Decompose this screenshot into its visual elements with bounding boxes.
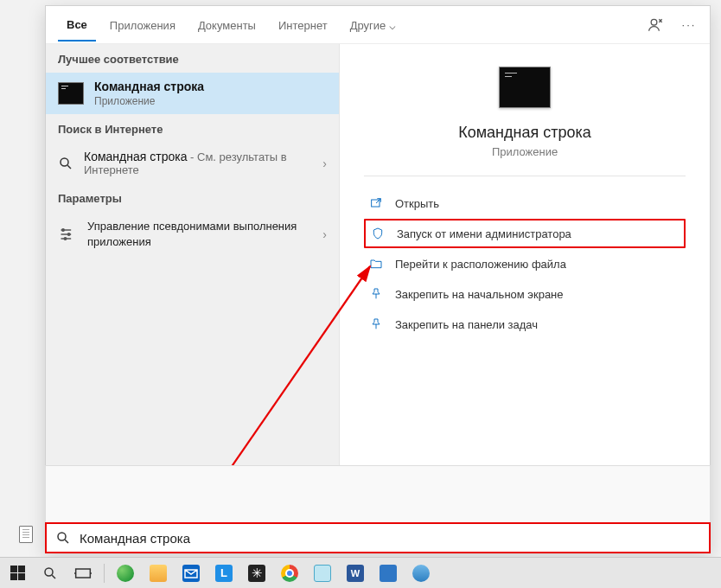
actions-list: Открыть Запуск от имени администратора П… <box>364 189 686 339</box>
web-result-item[interactable]: Командная строка - См. результаты в Инте… <box>46 143 339 183</box>
action-pin-taskbar[interactable]: Закрепить на панели задач <box>364 310 686 339</box>
cmd-icon <box>58 82 84 105</box>
taskbar-app-chrome[interactable] <box>278 561 302 585</box>
start-button[interactable] <box>5 561 29 585</box>
search-panel-bg <box>45 465 711 522</box>
taskbar-app-mail[interactable] <box>179 561 203 585</box>
action-open[interactable]: Открыть <box>364 189 686 218</box>
tabs-bar: Все Приложения Документы Интернет Другие… <box>46 6 710 44</box>
svg-point-3 <box>67 233 70 235</box>
web-search-label: Поиск в Интернете <box>46 114 339 143</box>
svg-point-7 <box>58 533 66 540</box>
preview-cmd-icon <box>499 67 551 108</box>
search-input[interactable] <box>80 531 700 546</box>
taskbar-app-generic1[interactable] <box>376 561 400 585</box>
document-icon <box>19 526 33 543</box>
taskbar: L ✳ W <box>0 557 721 588</box>
more-icon[interactable]: ··· <box>680 16 698 34</box>
settings-result-title: Управление псевдонимами выполнения прило… <box>87 219 312 249</box>
best-match-label: Лучшее соответствие <box>46 44 339 73</box>
tab-all[interactable]: Все <box>58 8 96 42</box>
web-result-title: Командная строка <box>84 150 187 163</box>
svg-point-2 <box>62 228 65 231</box>
taskbar-search-icon[interactable] <box>38 561 62 585</box>
tab-more[interactable]: Другие⌵ <box>341 9 405 41</box>
action-open-location[interactable]: Перейти к расположению файла <box>364 249 686 278</box>
chevron-right-icon: › <box>322 227 327 241</box>
tab-internet[interactable]: Интернет <box>270 9 336 41</box>
tab-apps[interactable]: Приложения <box>101 9 184 41</box>
search-box[interactable] <box>45 522 711 553</box>
best-match-sub: Приложение <box>94 95 327 107</box>
task-view-icon[interactable] <box>71 561 95 585</box>
chevron-down-icon: ⌵ <box>389 19 396 32</box>
best-match-title: Командная строка <box>94 80 327 93</box>
search-icon <box>58 156 73 171</box>
taskbar-app-explorer[interactable] <box>146 561 170 585</box>
settings-label: Параметры <box>46 183 339 212</box>
search-icon <box>55 530 71 546</box>
svg-point-1 <box>61 158 68 166</box>
preview-title: Командная строка <box>458 124 591 142</box>
best-match-item[interactable]: Командная строка Приложение <box>46 73 339 114</box>
tab-documents[interactable]: Документы <box>189 9 265 41</box>
svg-rect-9 <box>76 569 91 578</box>
action-pin-start[interactable]: Закрепить на начальном экране <box>364 279 686 309</box>
svg-point-8 <box>45 568 53 576</box>
taskbar-app-notepad[interactable] <box>310 561 335 585</box>
feedback-icon[interactable] <box>648 16 665 34</box>
svg-point-4 <box>64 237 67 240</box>
taskbar-app-word[interactable]: W <box>343 561 367 585</box>
settings-result-item[interactable]: Управление псевдонимами выполнения прило… <box>46 212 339 256</box>
taskbar-app-l[interactable]: L <box>212 561 236 585</box>
chevron-right-icon: › <box>322 157 327 170</box>
taskbar-app-browser[interactable] <box>113 561 137 585</box>
taskbar-app-generic2[interactable] <box>409 561 433 585</box>
svg-point-0 <box>651 19 657 25</box>
preview-sub: Приложение <box>492 145 558 158</box>
taskbar-app-settings[interactable]: ✳ <box>245 561 269 585</box>
action-run-admin[interactable]: Запуск от имени администратора <box>364 219 686 248</box>
alias-settings-icon <box>58 227 77 242</box>
